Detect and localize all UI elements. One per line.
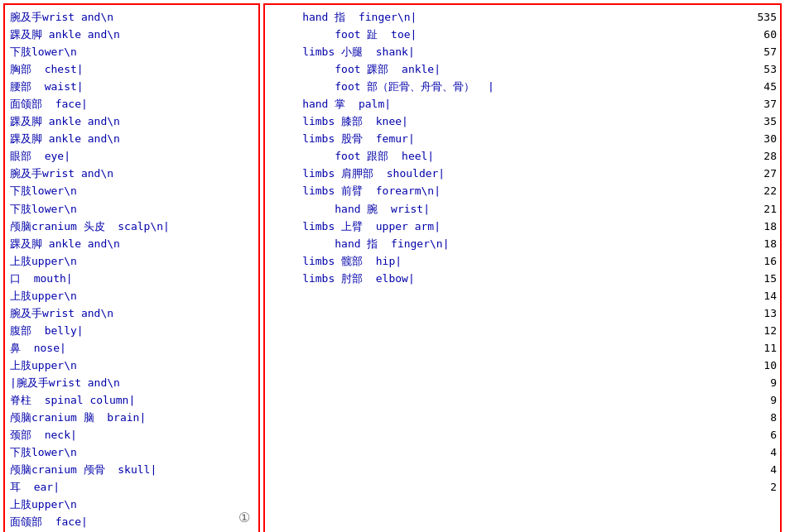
right-num-21: 10 <box>742 357 777 374</box>
right-line-7: foot 部（距骨、舟骨、骨） | <box>270 78 737 95</box>
left-line-13: 踝及脚 ankle and\n <box>10 235 253 252</box>
left-line-2: 下肢lower\n <box>10 43 253 60</box>
left-line-4: 腰部 waist| <box>10 78 253 95</box>
right-num-20: 11 <box>742 339 777 357</box>
right-num-24: 8 <box>742 409 777 426</box>
right-line-10: limbs 膝部 knee| <box>270 113 737 130</box>
left-line-22: 脊柱 spinal column| <box>10 391 253 409</box>
right-num-14: 18 <box>742 235 777 252</box>
left-line-8: 眼部 eye| <box>10 147 253 165</box>
right-num-19: 12 <box>742 322 777 339</box>
right-line-0: hand 指 finger\n| <box>270 8 737 26</box>
right-num-26: 4 <box>742 443 777 461</box>
right-line-14: limbs 肩胛部 shoulder| <box>270 165 737 182</box>
left-line-29: 面颌部 face| <box>10 513 253 530</box>
left-line-12: 颅脑cranium 头皮 scalp\n| <box>10 218 253 235</box>
left-line-21: |腕及手wrist and\n <box>10 374 253 391</box>
right-num-12: 21 <box>742 200 777 218</box>
right-num-23: 9 <box>742 391 777 409</box>
right-line-20: limbs 上臂 upper arm| <box>270 218 737 235</box>
left-line-17: 腕及手wrist and\n <box>10 304 253 322</box>
right-line-25: limbs 髋部 hip| <box>270 252 737 270</box>
left-line-0: 腕及手wrist and\n <box>10 8 253 26</box>
left-line-15: 口 mouth| <box>10 270 253 287</box>
left-lines: 腕及手wrist and\n踝及脚 ankle and\n下肢lower\n胸部… <box>10 8 253 530</box>
right-line-2: limbs 小腿 shank| <box>270 43 737 60</box>
left-line-9: 腕及手wrist and\n <box>10 165 253 182</box>
right-num-27: 4 <box>742 461 777 478</box>
left-line-26: 颅脑cranium 颅骨 skull| <box>10 461 253 478</box>
left-line-1: 踝及脚 ankle and\n <box>10 26 253 43</box>
left-line-23: 颅脑cranium 脑 brain| <box>10 409 253 426</box>
right-line-11: limbs 股骨 femur| <box>270 130 737 147</box>
left-line-18: 腹部 belly| <box>10 322 253 339</box>
right-num-11: 22 <box>742 182 777 199</box>
right-line-6: foot 踝部 ankle| <box>270 60 737 78</box>
right-num-17: 14 <box>742 287 777 304</box>
right-line-16: limbs 前臂 forearm\n| <box>270 182 737 199</box>
right-num-3: 53 <box>742 60 777 78</box>
left-line-19: 鼻 nose| <box>10 339 253 357</box>
right-num-15: 16 <box>742 252 777 270</box>
right-line-9: hand 掌 palm| <box>270 95 737 113</box>
left-line-3: 胸部 chest| <box>10 60 253 78</box>
right-num-28: 2 <box>742 478 777 496</box>
right-panel: hand 指 finger\n| foot 趾 toe| limbs 小腿 sh… <box>263 3 782 532</box>
right-line-17: hand 腕 wrist| <box>270 200 737 218</box>
right-num-1: 60 <box>742 26 777 43</box>
right-num-6: 35 <box>742 113 777 130</box>
left-line-5: 面颌部 face| <box>10 95 253 113</box>
left-line-6: 踝及脚 ankle and\n <box>10 113 253 130</box>
right-num-25: 6 <box>742 426 777 443</box>
right-num-4: 45 <box>742 78 777 95</box>
right-num-9: 28 <box>742 147 777 165</box>
right-numbers: 5356057534537353028272221181816151413121… <box>742 5 780 532</box>
right-num-0: 535 <box>742 8 777 26</box>
left-line-16: 上肢upper\n <box>10 287 253 304</box>
right-num-16: 15 <box>742 270 777 287</box>
left-panel: 腕及手wrist and\n踝及脚 ankle and\n下肢lower\n胸部… <box>3 3 260 532</box>
right-num-8: 30 <box>742 130 777 147</box>
left-line-11: 下肢lower\n <box>10 200 253 218</box>
left-line-25: 下肢lower\n <box>10 443 253 461</box>
right-num-22: 9 <box>742 374 777 391</box>
left-line-20: 上肢upper\n <box>10 357 253 374</box>
right-line-13: foot 跟部 heel| <box>270 147 737 165</box>
right-line-1: foot 趾 toe| <box>270 26 737 43</box>
right-num-5: 37 <box>742 95 777 113</box>
left-line-24: 颈部 neck| <box>10 426 253 443</box>
right-num-18: 13 <box>742 304 777 322</box>
right-line-21: hand 指 finger\n| <box>270 235 737 252</box>
right-line-27: limbs 肘部 elbow| <box>270 270 737 287</box>
left-line-14: 上肢upper\n <box>10 252 253 270</box>
left-line-27: 耳 ear| <box>10 478 253 496</box>
left-circle-label: ① <box>238 510 250 525</box>
left-line-28: 上肢upper\n <box>10 496 253 513</box>
right-lines-content: hand 指 finger\n| foot 趾 toe| limbs 小腿 sh… <box>265 5 742 532</box>
left-line-10: 下肢lower\n <box>10 182 253 199</box>
right-num-2: 57 <box>742 43 777 60</box>
right-num-13: 18 <box>742 218 777 235</box>
right-num-10: 27 <box>742 165 777 182</box>
main-container: 腕及手wrist and\n踝及脚 ankle and\n下肢lower\n胸部… <box>0 0 785 532</box>
left-line-7: 踝及脚 ankle and\n <box>10 130 253 147</box>
